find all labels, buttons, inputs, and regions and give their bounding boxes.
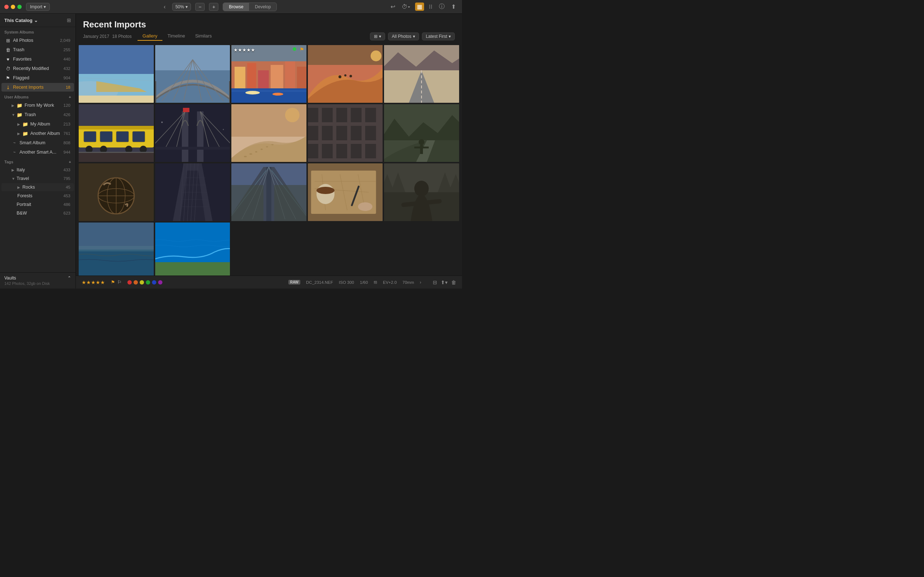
sort-button[interactable]: Latest First ▾: [422, 32, 455, 40]
sidebar-item-trash[interactable]: 🗑 Trash 255: [2, 45, 74, 54]
share-button[interactable]: ⬆: [449, 3, 458, 11]
filter-button[interactable]: All Photos ▾: [388, 32, 419, 40]
sidebar-item-forests[interactable]: Forests 453: [2, 192, 74, 200]
undo-button[interactable]: ↩: [389, 3, 397, 11]
sidebar-item-flagged[interactable]: ⚑ Flagged 904: [2, 74, 74, 82]
zoom-in-button[interactable]: +: [209, 3, 218, 11]
sidebar-item-all-photos[interactable]: ⊞ All Photos 2,049: [2, 36, 74, 45]
sidebar-item-recently-modified[interactable]: ⏱ Recently Modified 432: [2, 64, 74, 73]
header-tools: ⊞ ▾ All Photos ▾ Latest First ▾: [370, 32, 455, 40]
zoom-out-button[interactable]: −: [195, 3, 205, 11]
all-photos-label: All Photos: [13, 38, 60, 43]
color-yellow[interactable]: [140, 280, 144, 285]
expand-from-my-work[interactable]: ▶: [11, 103, 16, 108]
svg-rect-79: [308, 108, 318, 122]
expand-travel[interactable]: ▼: [11, 177, 16, 181]
user-albums-header: User Albums +: [0, 92, 76, 101]
status-bar: ★★★★★ ⚑ ⚐ RAW DC_2314.NEF ISO 300 1/60 f…: [76, 276, 462, 288]
another-album-label: Another Album: [30, 131, 62, 136]
browse-button[interactable]: Browse: [223, 3, 249, 11]
sidebar-item-recent-imports[interactable]: ⤓ Recent Imports 18: [2, 83, 74, 92]
photo-cell-17[interactable]: [155, 222, 230, 276]
recently-modified-count: 432: [62, 66, 70, 71]
tab-timeline[interactable]: Timeline: [162, 32, 190, 41]
color-blue[interactable]: [152, 280, 156, 285]
info-button[interactable]: ⓘ: [437, 2, 446, 11]
photo-cell-1[interactable]: [79, 45, 154, 103]
compare-button[interactable]: ⊟: [433, 279, 437, 285]
add-tag-icon[interactable]: +: [69, 160, 71, 164]
expand-another-album[interactable]: ▶: [17, 132, 22, 135]
sidebar-item-trash-album[interactable]: ▼ 📁 Trash 426: [2, 110, 74, 119]
sidebar-item-italy[interactable]: ▶ Italy 433: [2, 166, 74, 174]
sidebar-item-another-album[interactable]: ▶ 📁 Another Album 761: [2, 129, 74, 138]
panels-button[interactable]: ⁞⁞: [427, 3, 434, 11]
status-stars[interactable]: ★★★★★: [82, 279, 105, 285]
back-button[interactable]: ‹: [162, 3, 168, 11]
close-button[interactable]: [4, 5, 9, 9]
photo-cell-6[interactable]: [79, 104, 154, 162]
layout-button[interactable]: ▦: [415, 3, 424, 11]
sidebar-item-my-album[interactable]: ▶ 📁 My Album 213: [2, 120, 74, 128]
sidebar-item-bw[interactable]: B&W 623: [2, 209, 74, 217]
history-button[interactable]: ⏱▾: [400, 3, 412, 11]
svg-point-71: [255, 151, 257, 153]
tab-gallery[interactable]: Gallery: [137, 32, 162, 41]
photo-cell-10[interactable]: [384, 104, 459, 162]
photo-cell-7[interactable]: [155, 104, 230, 162]
favorites-label: Favorites: [13, 56, 62, 62]
expand-my-album[interactable]: ▶: [17, 122, 22, 126]
catalog-selector[interactable]: This Catalog ⌄: [4, 18, 38, 23]
flag-filled[interactable]: ⚑: [111, 279, 115, 285]
raw-badge: RAW: [288, 280, 300, 285]
photo-cell-4[interactable]: [308, 45, 383, 103]
add-album-icon[interactable]: +: [69, 95, 71, 99]
photo-cell-15[interactable]: [384, 163, 459, 221]
more-info[interactable]: ›: [420, 280, 421, 285]
sidebar-item-favorites[interactable]: ♥ Favorites 440: [2, 55, 74, 63]
photo-cell-5[interactable]: [384, 45, 459, 103]
photo-cell-3[interactable]: ★★★★★ ⚑: [231, 45, 307, 103]
filter-arrow: ▾: [413, 34, 415, 39]
photo-cell-8[interactable]: [231, 104, 307, 162]
flag-outline[interactable]: ⚐: [117, 279, 122, 285]
expand-rocks[interactable]: ▶: [17, 185, 22, 189]
photo-cell-14[interactable]: [308, 163, 383, 221]
photo-grid: ★★★★★ ⚑: [76, 44, 462, 276]
photo-cell-12[interactable]: [155, 163, 230, 221]
sidebar-item-another-smart[interactable]: ~ Another Smart A... 944: [2, 148, 74, 156]
photo-cell-9[interactable]: [308, 104, 383, 162]
svg-rect-90: [322, 144, 333, 158]
photo-cell-16[interactable]: [79, 222, 154, 276]
delete-button[interactable]: 🗑: [451, 279, 456, 285]
sidebar-item-portrait[interactable]: Portrait 486: [2, 200, 74, 208]
rocks-count: 45: [62, 185, 70, 189]
photo-cell-2[interactable]: [155, 45, 230, 103]
catalog-icon[interactable]: ⊞: [67, 17, 71, 23]
content-header-row: January 2017 18 Photos Gallery Timeline …: [83, 32, 455, 41]
sidebar-item-rocks[interactable]: ▶ Rocks 45: [2, 183, 74, 191]
expand-italy[interactable]: ▶: [11, 168, 16, 172]
color-green[interactable]: [146, 280, 150, 285]
sidebar-item-smart-album[interactable]: ~ Smart Album 808: [2, 139, 74, 147]
color-orange[interactable]: [134, 280, 138, 285]
vaults-header[interactable]: Vaults ⌃: [4, 276, 71, 280]
travel-count: 795: [62, 176, 70, 181]
import-button[interactable]: Import ▾: [26, 3, 50, 11]
minimize-button[interactable]: [11, 5, 15, 9]
another-album-icon: 📁: [23, 131, 28, 136]
develop-button[interactable]: Develop: [249, 3, 276, 11]
zoom-control[interactable]: 50% ▾: [172, 3, 191, 11]
color-purple[interactable]: [158, 280, 162, 285]
fullscreen-button[interactable]: [17, 5, 22, 9]
export-button[interactable]: ⬆▾: [441, 279, 447, 285]
expand-trash-album[interactable]: ▼: [11, 113, 16, 117]
sidebar-item-travel[interactable]: ▼ Travel 795: [2, 174, 74, 182]
photo-cell-11[interactable]: [79, 163, 154, 221]
recent-imports-count: 18: [62, 85, 70, 89]
sidebar-item-from-my-work[interactable]: ▶ 📁 From My Work 120: [2, 101, 74, 110]
tab-similars[interactable]: Similars: [190, 32, 217, 41]
color-red[interactable]: [128, 280, 132, 285]
photo-cell-13[interactable]: [231, 163, 307, 221]
grid-view-button[interactable]: ⊞ ▾: [370, 32, 385, 40]
